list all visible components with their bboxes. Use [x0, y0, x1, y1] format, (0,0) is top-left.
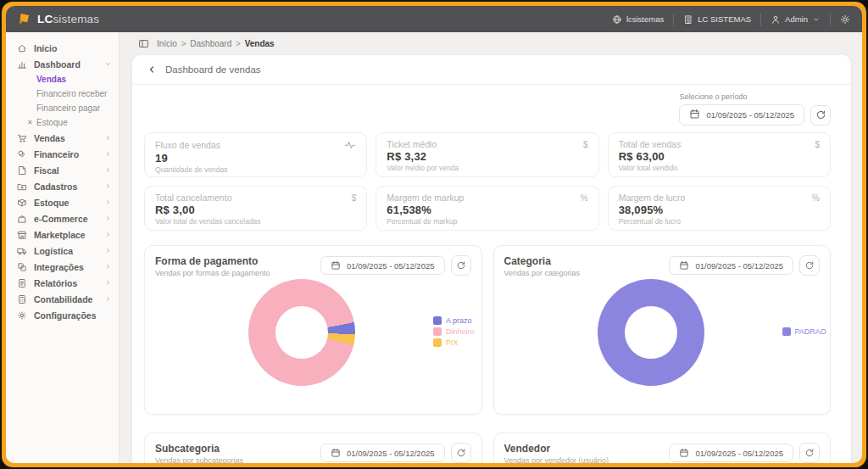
- legend-item[interactable]: A prazo: [433, 316, 475, 325]
- lc-logo-icon: [16, 12, 31, 27]
- legend-swatch: [433, 338, 442, 347]
- chevron-right-icon: [104, 166, 112, 174]
- sidebar: InícioDashboardVendasFinanceiro receberF…: [6, 32, 120, 463]
- sidebar-subitem-estoque[interactable]: ✕Estoque: [6, 115, 119, 130]
- chevron-right-icon: [104, 150, 112, 158]
- chart-legend: A prazoDinheiroPIX: [433, 316, 475, 347]
- store-icon: [17, 230, 28, 240]
- legend-swatch: [782, 327, 791, 336]
- donut-chart[interactable]: [598, 279, 704, 386]
- chart-legend: PADRAO: [782, 327, 826, 336]
- chevron-right-icon: [104, 231, 112, 238]
- topbar-right: lcsistemasLC SISTEMASAdmin: [612, 14, 850, 25]
- sidebar-item-fiscal[interactable]: Fiscal: [6, 162, 119, 178]
- sidebar-toggle-icon[interactable]: [138, 38, 149, 49]
- topbar-item-admin[interactable]: Admin: [771, 14, 821, 25]
- legend-item[interactable]: PADRAO: [782, 327, 826, 336]
- chevron-right-icon: [104, 215, 112, 222]
- home-icon: [17, 43, 28, 53]
- chevron-right-icon: [104, 279, 112, 287]
- topbar-item-lcsistemas[interactable]: lcsistemas: [612, 14, 664, 25]
- chevron-right-icon: [104, 198, 112, 206]
- file-icon: [17, 165, 28, 176]
- chart-date-input[interactable]: 01/09/2025 - 05/12/2025: [320, 256, 445, 275]
- sidebar-item-e-commerce[interactable]: e-Commerce: [6, 210, 119, 226]
- brand-logo[interactable]: LCsistemas: [16, 12, 99, 27]
- topbar-item-lc-sistemas[interactable]: LC SISTEMAS: [683, 14, 751, 25]
- topbar-divider: [760, 14, 761, 25]
- chevron-down-icon: [812, 15, 821, 24]
- sun-icon: [840, 14, 850, 25]
- nodes-icon: [17, 262, 28, 272]
- page-header: Dashboard de vendas: [132, 55, 851, 85]
- bullet-icon: ✕: [27, 119, 32, 126]
- percent-icon: %: [581, 193, 588, 203]
- period-label: Selecione o período: [679, 92, 747, 101]
- period-refresh-button[interactable]: [810, 105, 831, 126]
- sidebar-item-inicio[interactable]: Início: [6, 40, 119, 56]
- donut-chart[interactable]: [248, 279, 355, 386]
- chart-refresh-button[interactable]: [799, 443, 820, 463]
- metric-card-margem-de-lucro: Margem de lucro%38,095%Percentual de luc…: [608, 186, 831, 231]
- dollar-icon: $: [352, 193, 357, 203]
- chart-card-categoria: CategoriaVendas por categorias01/09/2025…: [493, 245, 832, 415]
- chart-date-input[interactable]: 01/09/2025 - 05/12/2025: [669, 256, 793, 275]
- percent-icon: %: [812, 193, 820, 203]
- breadcrumb-vendas[interactable]: Vendas: [245, 39, 275, 48]
- chart-cards: Forma de pagamentoVendas por formas de p…: [132, 231, 851, 463]
- topbar-item-sun[interactable]: [840, 14, 850, 25]
- chevron-right-icon: [104, 263, 112, 271]
- chart-refresh-button[interactable]: [451, 443, 471, 463]
- chevron-right-icon: [104, 247, 112, 254]
- legend-item[interactable]: Dinheiro: [433, 327, 475, 336]
- gear-icon: [17, 310, 28, 321]
- metric-value: 38,095%: [619, 204, 820, 216]
- chart-card-vendedor: VendedorVendas por vendedor (usuário)01/…: [493, 433, 832, 463]
- folder-icon: [17, 181, 28, 192]
- bag-icon: [17, 214, 28, 224]
- sidebar-subitem-vendas[interactable]: Vendas: [6, 72, 119, 87]
- chart-icon: [17, 59, 28, 70]
- box-icon: [17, 198, 28, 208]
- chart-date-input[interactable]: 01/09/2025 - 05/12/2025: [320, 444, 445, 462]
- sidebar-item-marketplace[interactable]: Marketplace: [6, 226, 119, 243]
- period-toolbar: Selecione o período 01/09/2025 - 05/12/2…: [132, 85, 851, 127]
- sidebar-subitem-financeiro-receber[interactable]: Financeiro receber: [6, 87, 119, 101]
- calc-icon: [17, 294, 28, 304]
- sidebar-item-integracoes[interactable]: Integrações: [6, 259, 119, 275]
- sidebar-item-contabilidade[interactable]: Contabilidade: [6, 291, 119, 307]
- breadcrumb-dashboard[interactable]: Dashboard: [190, 39, 231, 48]
- sidebar-item-configuracoes[interactable]: Configurações: [6, 307, 119, 323]
- period-date-input[interactable]: 01/09/2025 - 05/12/2025: [679, 104, 804, 126]
- chevron-right-icon: [104, 134, 112, 142]
- sidebar-item-cadastros[interactable]: Cadastros: [6, 178, 119, 194]
- sidebar-item-logistica[interactable]: Logística: [6, 243, 119, 259]
- user-icon: [771, 14, 781, 25]
- calendar-icon: [331, 260, 341, 271]
- calendar-icon: [679, 448, 689, 458]
- metric-value: 19: [155, 152, 356, 165]
- metric-value: R$ 3,32: [387, 150, 587, 163]
- sidebar-item-relatorios[interactable]: Relatórios: [6, 275, 119, 291]
- chevron-right-icon: [104, 295, 112, 303]
- breadcrumb-inicio[interactable]: Início: [157, 39, 177, 48]
- chart-refresh-button[interactable]: [799, 255, 820, 276]
- breadcrumb: Início > Dashboard > Vendas: [120, 32, 862, 55]
- legend-swatch: [433, 327, 442, 336]
- sidebar-item-dashboard[interactable]: Dashboard: [6, 56, 119, 72]
- legend-swatch: [433, 316, 442, 325]
- chart-refresh-button[interactable]: [451, 255, 471, 276]
- sidebar-item-financeiro[interactable]: Financeiro: [6, 146, 119, 162]
- legend-item[interactable]: PIX: [433, 338, 475, 347]
- sidebar-item-vendas[interactable]: Vendas: [6, 130, 119, 146]
- topbar-divider: [830, 14, 831, 25]
- sidebar-item-estoque[interactable]: Estoque: [6, 194, 119, 210]
- brand-text: LCsistemas: [37, 13, 99, 25]
- metric-card-fluxo-de-vendas: Fluxo de vendas19Quantidade de vendas: [144, 132, 367, 177]
- sidebar-subitem-financeiro-pagar[interactable]: Financeiro pagar: [6, 101, 119, 115]
- chart-date-input[interactable]: 01/09/2025 - 05/12/2025: [669, 444, 793, 462]
- metric-card-ticket-medio: Ticket médio$R$ 3,32Valor médio por vend…: [376, 132, 598, 177]
- calendar-icon: [689, 109, 700, 121]
- page-title: Dashboard de vendas: [165, 64, 261, 75]
- back-button[interactable]: [146, 64, 158, 75]
